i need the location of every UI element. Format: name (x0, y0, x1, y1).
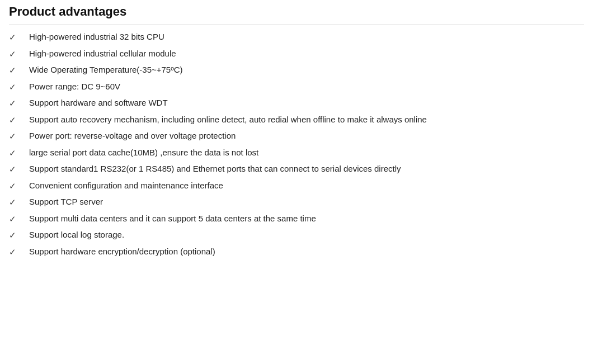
list-item: ✓Wide Operating Temperature(-35~+75ºC) (9, 64, 584, 77)
checkmark-icon: ✓ (9, 81, 20, 94)
checkmark-icon: ✓ (9, 246, 20, 259)
checkmark-icon: ✓ (9, 114, 20, 127)
list-item: ✓Support auto recovery mechanism, includ… (9, 114, 584, 127)
list-item-text: Support multi data centers and it can su… (29, 212, 584, 225)
advantages-list: ✓High-powered industrial 32 bits CPU✓Hig… (9, 31, 584, 258)
page-title: Product advantages (9, 4, 584, 19)
list-item: ✓Power range: DC 9~60V (9, 81, 584, 94)
title-divider (9, 25, 584, 25)
list-item: ✓High-powered industrial cellular module (9, 48, 584, 61)
list-item-text: large serial port data cache(10MB) ,ensu… (29, 146, 584, 159)
checkmark-icon: ✓ (9, 163, 20, 176)
checkmark-icon: ✓ (9, 213, 20, 226)
list-item: ✓High-powered industrial 32 bits CPU (9, 31, 584, 44)
list-item: ✓Support standard1 RS232(or 1 RS485) and… (9, 163, 584, 176)
list-item-text: Power range: DC 9~60V (29, 81, 584, 93)
list-item: ✓Support hardware encryption/decryption … (9, 245, 584, 259)
checkmark-icon: ✓ (9, 48, 20, 61)
list-item: ✓Support multi data centers and it can s… (9, 212, 584, 226)
list-item: ✓Support TCP server (9, 196, 584, 209)
checkmark-icon: ✓ (9, 97, 20, 110)
list-item-text: Support standard1 RS232(or 1 RS485) and … (29, 163, 584, 176)
checkmark-icon: ✓ (9, 180, 20, 193)
checkmark-icon: ✓ (9, 64, 20, 77)
list-item-text: High-powered industrial cellular module (29, 48, 584, 60)
list-item-text: Support TCP server (29, 196, 584, 209)
checkmark-icon: ✓ (9, 147, 20, 160)
checkmark-icon: ✓ (9, 31, 20, 44)
list-item-text: Support hardware encryption/decryption (… (29, 245, 584, 258)
list-item-text: Convenient configuration and maintenance… (29, 179, 584, 192)
checkmark-icon: ✓ (9, 130, 20, 143)
list-item: ✓Convenient configuration and maintenanc… (9, 179, 584, 193)
list-item: ✓Support local log storage. (9, 229, 584, 242)
checkmark-icon: ✓ (9, 229, 20, 242)
list-item-text: Support hardware and software WDT (29, 97, 584, 110)
checkmark-icon: ✓ (9, 196, 20, 209)
list-item-text: Wide Operating Temperature(-35~+75ºC) (29, 64, 584, 77)
list-item-text: Power port: reverse-voltage and over vol… (29, 130, 584, 143)
list-item-text: High-powered industrial 32 bits CPU (29, 31, 584, 44)
list-item: ✓Power port: reverse-voltage and over vo… (9, 130, 584, 143)
list-item-text: Support auto recovery mechanism, includi… (29, 114, 584, 126)
list-item-text: Support local log storage. (29, 229, 584, 242)
list-item: ✓Support hardware and software WDT (9, 97, 584, 110)
list-item: ✓large serial port data cache(10MB) ,ens… (9, 146, 584, 160)
